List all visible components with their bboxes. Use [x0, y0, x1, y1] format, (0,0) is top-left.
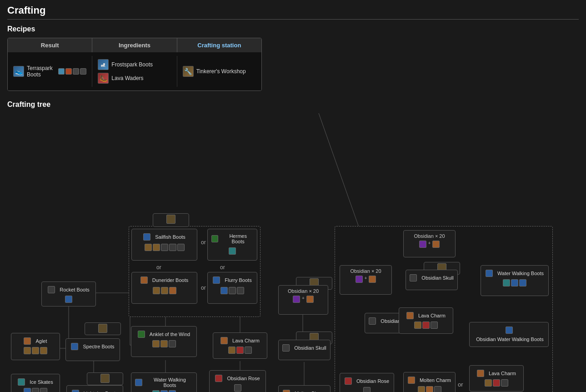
- lc2-icon: [477, 370, 484, 377]
- ob20t1: [419, 241, 426, 248]
- mr1: [418, 386, 425, 392]
- obskull-t-icon: [410, 274, 417, 281]
- mr2: [426, 386, 433, 392]
- obrose-r-icon: [345, 377, 352, 385]
- node-ww-right: Water Walking Boots: [481, 265, 549, 296]
- lcr2: [422, 322, 430, 329]
- obskull-t-label: Obsidian Skull: [421, 275, 453, 281]
- lavacharm-r-icon: [406, 312, 414, 319]
- tree-heading: Crafting tree: [7, 101, 579, 109]
- lc3: [245, 347, 252, 354]
- anklet-icon: [138, 331, 145, 338]
- tag1: [58, 68, 65, 75]
- lightning-icon: [72, 390, 79, 392]
- aglet-label: Aglet: [35, 338, 47, 344]
- workshop-icon: 🔧: [183, 66, 194, 77]
- lc23: [501, 379, 508, 387]
- node-obsidian-skull-top: Obsidian Skull: [406, 270, 458, 290]
- ingredient-2: 🥾 Lava Waders: [98, 71, 171, 85]
- molten-r-icon: [408, 377, 415, 384]
- hermes-icon: [211, 235, 218, 242]
- aw2: [160, 340, 168, 347]
- wwr1: [503, 279, 510, 286]
- is2: [32, 388, 39, 392]
- lc2-label: Lava Charm: [489, 371, 516, 376]
- or-3: or: [220, 264, 225, 271]
- col-station: Crafting station: [177, 38, 261, 52]
- wwr2: [511, 279, 518, 286]
- si4: [169, 244, 176, 251]
- obww-icon: [506, 327, 513, 334]
- lc1: [228, 347, 235, 354]
- ingredients-col: ⛸ Frostspark Boots 🥾 Lava Waders: [92, 56, 177, 87]
- station-lightning: [87, 372, 123, 385]
- or-4: or: [201, 285, 206, 291]
- node-molten-charm-right: Molten Charm: [403, 372, 456, 392]
- di3: [169, 287, 176, 294]
- lavacharm-l-label: Lava Charm: [232, 338, 260, 343]
- rocket-label: Rocket Boots: [60, 287, 89, 292]
- station-col: 🔧 Tinkerer's Workshop: [177, 56, 261, 87]
- sailfish-label: Sailfish Boots: [155, 234, 185, 240]
- ingredient-1: ⛸ Frostspark Boots: [98, 58, 171, 71]
- or-2: or: [156, 264, 161, 271]
- wwr3: [519, 279, 526, 286]
- crafting-tree: Sailfish Boots or Hermes Boots or or: [7, 113, 580, 392]
- flurry-label: Flurry Boots: [225, 277, 251, 283]
- ingredient-2-name: Lava Waders: [111, 75, 143, 81]
- node-water-walking-left: Water Walking Boots: [131, 372, 197, 392]
- node-obsidian-rose-left: Obsidian Rose: [209, 370, 266, 392]
- aw1: [152, 340, 160, 347]
- recipes-header: Result Ingredients Crafting station: [8, 38, 261, 52]
- ob20r2: [369, 276, 376, 283]
- node-lava-charm-left: Lava Charm: [213, 332, 267, 359]
- recipes-table: Result Ingredients Crafting station 👟 Te…: [7, 38, 262, 91]
- node-hermes-inner: Hermes Boots: [207, 229, 257, 261]
- fi3: [237, 287, 244, 294]
- si1: [145, 244, 152, 251]
- lavacharm-r-label: Lava Charm: [418, 313, 446, 318]
- ww-l-label: Water Walking Boots: [147, 377, 193, 388]
- frostspark-icon: ⛸: [98, 59, 109, 70]
- ag1: [24, 347, 31, 354]
- node-ice-skates: Ice Skates: [11, 374, 60, 392]
- ww-r-label: Water Walking Boots: [497, 271, 544, 276]
- sailfish-icon: [143, 233, 150, 241]
- node-dunerider-inner: Dunerider Boots: [131, 272, 197, 304]
- terraspark-icon: 👟: [13, 66, 24, 77]
- anklet-label: Anklet of the Wind: [150, 332, 190, 337]
- hi1: [229, 247, 236, 255]
- result-tags: [58, 68, 86, 75]
- col-result: Result: [8, 38, 92, 52]
- plus-sign: +: [302, 296, 305, 303]
- node-sailfish-inner: Sailfish Boots: [131, 229, 197, 261]
- node-sailfish-boots: Sailfish Boots or Hermes Boots or or: [129, 226, 260, 317]
- st-sailfish: [166, 215, 175, 224]
- fi1: [220, 287, 228, 294]
- ww-l-icon: [135, 379, 142, 386]
- mr3: [434, 386, 441, 392]
- ingredient-1-name: Frostspark Boots: [111, 61, 153, 68]
- rocket-icon: [48, 286, 55, 293]
- is1: [24, 388, 31, 392]
- node-molten-charm-mid: Molten Charm: [278, 385, 331, 392]
- lc21: [485, 379, 492, 387]
- lcr3: [431, 322, 438, 329]
- si3: [161, 244, 168, 251]
- or-right: or: [458, 381, 463, 388]
- node-flurry-inner: Flurry Boots: [207, 272, 257, 304]
- orr1: [363, 387, 371, 392]
- node-obsidian20-right: Obsidian × 20 +: [340, 265, 392, 295]
- aglet-icon: [24, 337, 31, 345]
- molten-r-label: Molten Charm: [420, 377, 451, 383]
- tag3: [73, 68, 79, 75]
- or-1: or: [201, 239, 206, 246]
- dunerider-label: Dunerider Boots: [152, 277, 189, 283]
- ob20t2: [432, 241, 440, 248]
- obskull-r-icon: [369, 317, 376, 325]
- molten-m-icon: [283, 390, 290, 392]
- lavacharm-l-icon: [220, 337, 228, 344]
- plus-sign-t: +: [428, 241, 431, 248]
- st-lightning: [100, 374, 110, 383]
- orl1: [234, 384, 241, 392]
